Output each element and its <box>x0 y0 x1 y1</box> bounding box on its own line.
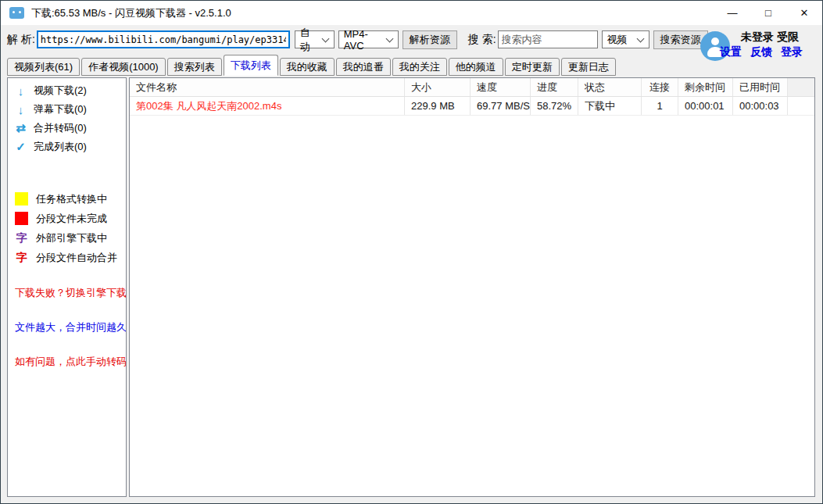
sidebar: ↓ 视频下载(2) ↓ 弹幕下载(0) ⇄ 合并转码(0) ✓ 完成列表(0) … <box>7 77 127 497</box>
cell-status: 下载中 <box>578 97 642 115</box>
cell-remaining: 00:00:01 <box>678 97 733 115</box>
column-header-remaining[interactable]: 剩余时间 <box>678 78 733 96</box>
legend-label: 分段文件自动合并 <box>36 251 117 265</box>
sidebar-item-video-download[interactable]: ↓ 视频下载(2) <box>8 81 126 100</box>
chevron-down-icon <box>636 34 644 42</box>
tab-search-list[interactable]: 搜索列表 <box>167 58 222 76</box>
chevron-down-icon <box>321 34 329 42</box>
search-label: 搜 索: <box>468 33 496 47</box>
download-table: 文件名称 大小 速度 进度 状态 连接 剩余时间 已用时间 第002集 凡人风起… <box>129 77 815 497</box>
download-icon: ↓ <box>15 84 27 98</box>
login-status: 未登录 受限 <box>741 30 799 45</box>
note-merge-time: 文件越大，合并时间越久 <box>8 320 126 334</box>
format-select-value: MP4-AVC <box>344 28 381 52</box>
title-bar: 下载:65.53 MB/s - 闪豆视频下载器 - v2.5.1.0 — □ ✕ <box>1 1 822 25</box>
table-row[interactable]: 第002集 凡人风起天南2002.m4s 229.9 MB 69.77 MB/S… <box>130 97 814 116</box>
tab-his-channel[interactable]: 他的频道 <box>449 58 503 76</box>
note-switch-engine[interactable]: 下载失败？切换引擎下载 <box>8 286 126 300</box>
red-swatch-icon <box>15 212 28 225</box>
download-icon: ↓ <box>15 103 27 116</box>
sidebar-item-merge-transcode[interactable]: ⇄ 合并转码(0) <box>8 119 126 138</box>
close-icon[interactable]: ✕ <box>786 1 822 25</box>
parse-label: 解 析: <box>7 33 35 47</box>
sidebar-item-label: 视频下载(2) <box>34 84 87 98</box>
purple-char-icon: 字 <box>15 231 28 245</box>
minimize-icon[interactable]: — <box>714 1 750 25</box>
check-icon: ✓ <box>15 140 27 154</box>
column-header-filler <box>788 78 814 96</box>
cell-connections: 1 <box>642 97 678 115</box>
tab-my-bangumi[interactable]: 我的追番 <box>336 58 391 76</box>
legend-segment-incomplete: 分段文件未完成 <box>8 209 126 228</box>
parse-resource-button[interactable]: 解析资源 <box>403 30 457 49</box>
cell-filler <box>788 97 814 115</box>
mode-select[interactable]: 自动 <box>295 30 335 48</box>
cell-size: 229.9 MB <box>405 97 471 115</box>
tab-bar: 视频列表(61) 作者视频(1000) 搜索列表 下载列表 我的收藏 我的追番 … <box>1 54 822 76</box>
column-header-filename[interactable]: 文件名称 <box>130 78 405 96</box>
table-header: 文件名称 大小 速度 进度 状态 连接 剩余时间 已用时间 <box>130 78 814 97</box>
app-icon <box>9 7 24 19</box>
column-header-status[interactable]: 状态 <box>578 78 642 96</box>
legend: 任务格式转换中 分段文件未完成 字 外部引擎下载中 字 分段文件自动合并 <box>8 189 126 267</box>
legend-transcoding: 任务格式转换中 <box>8 189 126 209</box>
legend-label: 分段文件未完成 <box>36 212 107 226</box>
column-header-elapsed[interactable]: 已用时间 <box>733 78 788 96</box>
tab-author-videos[interactable]: 作者视频(1000) <box>81 58 166 76</box>
search-type-select[interactable]: 视频 <box>602 30 649 48</box>
tab-changelog[interactable]: 更新日志 <box>561 58 616 76</box>
cell-filename: 第002集 凡人风起天南2002.m4s <box>130 97 405 115</box>
tab-my-favorites[interactable]: 我的收藏 <box>280 58 335 76</box>
window-title: 下载:65.53 MB/s - 闪豆视频下载器 - v2.5.1.0 <box>31 6 231 20</box>
maximize-icon[interactable]: □ <box>750 1 786 25</box>
search-type-value: 视频 <box>607 33 628 47</box>
url-input[interactable] <box>37 30 290 48</box>
column-header-size[interactable]: 大小 <box>405 78 471 96</box>
chevron-down-icon <box>385 34 393 42</box>
sidebar-item-label: 完成列表(0) <box>34 140 87 154</box>
app-window: 下载:65.53 MB/s - 闪豆视频下载器 - v2.5.1.0 — □ ✕… <box>0 0 823 504</box>
note-manual-transcode[interactable]: 如有问题，点此手动转码 <box>8 355 126 369</box>
search-input[interactable] <box>498 30 598 48</box>
sidebar-item-completed-list[interactable]: ✓ 完成列表(0) <box>8 138 126 156</box>
toolbar: 解 析: 自动 MP4-AVC 解析资源 搜 索: 视频 搜索资源 <box>1 25 822 54</box>
cell-speed: 69.77 MB/S <box>471 97 531 115</box>
column-header-speed[interactable]: 速度 <box>471 78 531 96</box>
sidebar-item-danmaku-download[interactable]: ↓ 弹幕下载(0) <box>8 100 126 119</box>
column-header-progress[interactable]: 进度 <box>531 78 578 96</box>
legend-label: 外部引擎下载中 <box>36 231 107 245</box>
legend-label: 任务格式转换中 <box>36 192 107 206</box>
tab-video-list[interactable]: 视频列表(61) <box>7 58 80 76</box>
tab-my-follows[interactable]: 我的关注 <box>392 58 447 76</box>
sidebar-item-label: 弹幕下载(0) <box>34 102 87 116</box>
tab-scheduled-update[interactable]: 定时更新 <box>505 58 560 76</box>
yellow-swatch-icon <box>15 192 28 206</box>
cell-elapsed: 00:00:03 <box>733 97 788 115</box>
window-controls: — □ ✕ <box>714 1 822 25</box>
mode-select-value: 自动 <box>300 26 317 54</box>
cell-progress: 58.72% <box>531 97 578 115</box>
legend-auto-merge: 字 分段文件自动合并 <box>8 248 126 267</box>
swap-arrows-icon: ⇄ <box>15 121 27 135</box>
red-char-icon: 字 <box>15 251 28 265</box>
tab-download-list[interactable]: 下载列表 <box>224 55 278 76</box>
sidebar-item-label: 合并转码(0) <box>34 121 87 135</box>
format-select[interactable]: MP4-AVC <box>338 30 399 48</box>
column-header-connections[interactable]: 连接 <box>642 78 678 96</box>
legend-external-engine: 字 外部引擎下载中 <box>8 228 126 248</box>
